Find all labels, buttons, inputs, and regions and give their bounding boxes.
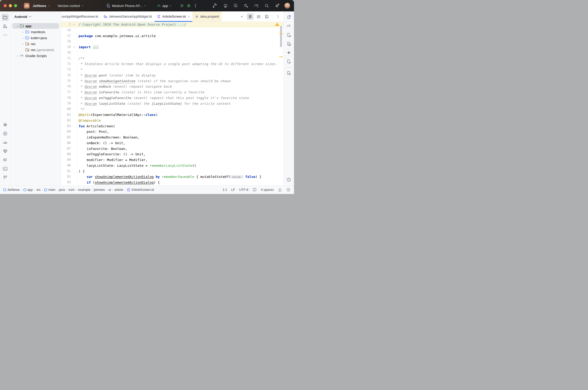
code-line-83[interactable]: 83fun ArticleScreen( [61, 123, 283, 129]
code-text[interactable]: isFavorite: Boolean, [77, 146, 283, 152]
code-line-18[interactable]: 18 [61, 39, 283, 44]
breadcrumb-item-java[interactable]: java [59, 188, 65, 192]
line-number[interactable]: 93 [61, 180, 71, 185]
code-line-92[interactable]: 92 var showUnimplementedActionDialog by … [61, 174, 283, 180]
code-text[interactable]: * @param onToggleFavorite (event) reques… [77, 95, 283, 101]
code-line-79[interactable]: 79 * @param lazyListState (state) the [L… [61, 101, 283, 107]
line-number[interactable]: 86 [61, 140, 71, 146]
line-number[interactable]: 79 [61, 101, 71, 107]
code-text[interactable]: onToggleFavorite: () -> Unit, [77, 151, 283, 157]
tab-options-kebab-button[interactable] [275, 13, 281, 20]
highlight-level-button[interactable] [253, 188, 257, 192]
line-number[interactable]: 75 [61, 78, 71, 84]
editor-tab-idea-properti[interactable]: idea.properti [192, 11, 221, 22]
gemini-tool-button[interactable] [285, 49, 292, 56]
preview-button[interactable] [263, 13, 270, 20]
line-number[interactable]: 70 [61, 50, 71, 56]
line-number[interactable]: 19 [61, 44, 71, 50]
search-everywhere-button[interactable] [263, 2, 270, 9]
more-tool-windows-button[interactable] [2, 31, 9, 39]
code-line-17[interactable]: 17package com.example.jetnews.ui.article [61, 33, 283, 39]
line-number[interactable]: 89 [61, 157, 71, 163]
tree-chevron-right-icon[interactable]: › [15, 54, 19, 57]
breadcrumb-item-com[interactable]: com [68, 188, 75, 192]
line-number[interactable]: 77 [61, 89, 71, 95]
code-text[interactable]: /** [77, 56, 283, 61]
code-text[interactable]: * @param post (state) item to display [77, 73, 283, 78]
device-mirror-tool-button[interactable] [285, 58, 292, 65]
code-line-77[interactable]: 77 * @param isFavorite (state) is this i… [61, 89, 283, 95]
app-inspection-tool-button[interactable] [2, 121, 9, 128]
code-line-86[interactable]: 86 onBack: () -> Unit, [61, 140, 283, 146]
warning-stripe-mark[interactable] [279, 57, 283, 57]
device-selector[interactable]: Medium Phone AP... [106, 3, 146, 8]
notifications-button[interactable] [285, 14, 292, 21]
fold-arrow-icon[interactable]: › [71, 44, 77, 50]
code-text[interactable]: @OptIn(ExperimentalMaterial3Api::class) [77, 112, 283, 118]
breadcrumb-item-app[interactable]: app [23, 188, 33, 192]
code-line-82[interactable]: 82@Composable [61, 118, 283, 123]
logcat-tool-button[interactable] [2, 156, 9, 164]
code-text[interactable]: modifier: Modifier = Modifier, [77, 157, 283, 163]
project-view-selector[interactable]: Android [11, 11, 61, 22]
code-text[interactable]: */ [77, 106, 283, 112]
line-number[interactable]: 82 [61, 118, 71, 123]
attach-debugger-button[interactable] [243, 2, 249, 9]
single-view-button[interactable] [247, 13, 254, 20]
tree-chevron-right-icon[interactable]: › [21, 36, 25, 39]
code-line-78[interactable]: 78 * @param onToggleFavorite (event) req… [61, 95, 283, 101]
warning-stripe-mark[interactable] [279, 33, 283, 34]
code-text[interactable]: isExpandedScreen: Boolean, [77, 135, 283, 140]
breadcrumb-item-ui[interactable]: ui [108, 188, 111, 192]
tree-item-manifests[interactable]: ›manifests [12, 29, 59, 35]
code-text[interactable]: package com.example.jetnews.ui.article [77, 33, 283, 39]
close-window-button[interactable] [4, 4, 7, 7]
code-line-71[interactable]: 71/** [61, 56, 283, 61]
code-text[interactable]: * @param lazyListState (state) the [Lazy… [77, 101, 283, 107]
maximize-window-button[interactable] [14, 4, 17, 7]
running-devices-tool-button[interactable] [285, 40, 292, 47]
breadcrumb-item-jetnews[interactable]: jetnews [94, 188, 105, 192]
line-number[interactable]: 74 [61, 73, 71, 78]
line-number[interactable]: 76 [61, 84, 71, 89]
code-line-90[interactable]: 90 lazyListState: LazyListState = rememb… [61, 163, 283, 169]
code-text[interactable]: @Composable [77, 118, 283, 123]
profiler-tool-button[interactable] [2, 139, 9, 146]
breadcrumb-item-articlescreen-kt[interactable]: ArticleScreen.kt [127, 188, 154, 192]
line-number[interactable]: 73 [61, 67, 71, 73]
line-number[interactable]: 80 [61, 106, 71, 112]
problems-tool-button[interactable] [285, 176, 292, 183]
debug-button[interactable] [185, 2, 192, 9]
file-encoding[interactable]: UTF-8 [239, 188, 248, 192]
line-number[interactable]: 91 [61, 169, 71, 174]
code-line-87[interactable]: 87 isFavorite: Boolean, [61, 146, 283, 152]
device-explorer-tool-button[interactable] [285, 69, 292, 77]
device-manager-tool-button[interactable] [285, 31, 292, 39]
gradle-tool-button[interactable] [285, 23, 292, 30]
caret-position[interactable]: 1:1 [223, 188, 227, 192]
line-number[interactable]: 85 [61, 135, 71, 140]
line-number[interactable]: 1 [61, 22, 71, 27]
line-number[interactable]: 17 [61, 33, 71, 39]
readonly-toggle[interactable] [278, 188, 282, 192]
code-text[interactable] [77, 50, 283, 56]
code-text[interactable] [77, 27, 283, 33]
tree-item-app[interactable]: ⌄app [12, 23, 59, 29]
vcs-menu[interactable]: Version control [58, 4, 84, 8]
line-number[interactable]: 18 [61, 39, 71, 44]
code-line-85[interactable]: 85 isExpandedScreen: Boolean, [61, 135, 283, 140]
code-text[interactable]: ) { [77, 169, 283, 174]
editor-scrollbar[interactable] [280, 26, 282, 47]
project-tool-button[interactable] [2, 14, 9, 21]
version-control-tool-button[interactable] [2, 174, 9, 181]
code-text[interactable]: lazyListState: LazyListState = rememberL… [77, 163, 283, 169]
inspection-warning-icon[interactable] [275, 23, 279, 26]
tree-chevron-right-icon[interactable]: › [21, 42, 25, 45]
code-line-74[interactable]: 74 * @param post (state) item to display [61, 73, 283, 78]
services-tool-button[interactable] [2, 130, 9, 137]
code-line-73[interactable]: 73 * [61, 67, 283, 73]
close-tab-icon[interactable]: × [188, 15, 190, 18]
code-text[interactable]: * Stateless Article Screen that displays… [77, 61, 283, 67]
code-line-16[interactable]: 16 [61, 27, 283, 33]
code-text[interactable]: import ... [77, 44, 283, 50]
